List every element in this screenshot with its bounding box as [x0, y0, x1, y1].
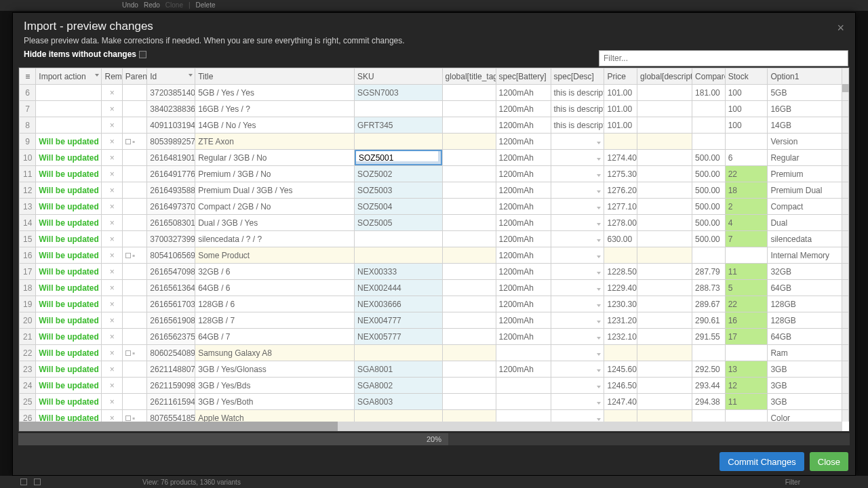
cell-gdesc[interactable]	[637, 231, 692, 247]
cell-title[interactable]: Some Product	[195, 247, 355, 264]
cell-stock[interactable]: 17	[725, 329, 768, 345]
close-button[interactable]: Close	[810, 452, 848, 471]
cell-compare[interactable]	[692, 410, 726, 422]
cell-title[interactable]: 64GB / 6	[195, 280, 355, 296]
cell-title[interactable]: ZTE Axon	[195, 134, 355, 150]
cell-stock[interactable]: 5	[725, 280, 768, 296]
cell-action[interactable]: Will be updated	[36, 199, 102, 215]
cell-option1[interactable]: 3GB	[768, 361, 842, 378]
cell-stock[interactable]: 2	[725, 199, 768, 215]
cell-id[interactable]: 26165613641	[147, 280, 195, 296]
cell-id[interactable]: 26211488073	[147, 361, 195, 378]
cell-id[interactable]: 37003273993	[147, 231, 195, 247]
cell-gdesc[interactable]	[637, 247, 692, 264]
cell-compare[interactable]: 500.00	[692, 215, 726, 231]
cell-id[interactable]: 8054106569	[147, 247, 195, 264]
cell-desc[interactable]	[551, 199, 604, 215]
cell-parent[interactable]	[122, 117, 146, 134]
cell-tag[interactable]	[442, 361, 496, 378]
cell-tag[interactable]	[442, 378, 496, 394]
cell-action[interactable]: Will be updated	[36, 150, 102, 166]
cell-title[interactable]: 3GB / Yes/Glonass	[195, 361, 355, 378]
cell-sku[interactable]: SGA8002	[355, 378, 443, 394]
cell-desc[interactable]	[551, 247, 604, 264]
cell-desc[interactable]	[551, 182, 604, 199]
hide-items-checkbox[interactable]	[139, 51, 146, 58]
cell-option1[interactable]: Premium	[768, 166, 842, 182]
cell-option1[interactable]: Dual	[768, 215, 842, 231]
cell-title[interactable]: Compact / 2GB / No	[195, 199, 355, 215]
table-row[interactable]: 6×372038514015GB / Yes / YesSGSN70031200…	[20, 85, 849, 101]
cell-desc[interactable]	[551, 231, 604, 247]
cell-action[interactable]: Will be updated	[36, 280, 102, 296]
cell-gdesc[interactable]	[637, 296, 692, 312]
menu-header[interactable]: ≡	[20, 68, 36, 85]
cell-action[interactable]: Will be updated	[36, 329, 102, 345]
cell-sku[interactable]	[355, 101, 443, 117]
remove-icon[interactable]: ×	[102, 410, 122, 422]
cell-title[interactable]: 64GB / 7	[195, 329, 355, 345]
table-row[interactable]: 21Will be updated×2616562375364GB / 7NEX…	[20, 329, 849, 345]
cell-title[interactable]: 128GB / 6	[195, 296, 355, 312]
cell-action[interactable]: Will be updated	[36, 182, 102, 199]
cell-stock[interactable]: 100	[725, 117, 768, 134]
cell-battery[interactable]: 1200mAh	[496, 182, 551, 199]
sku-input[interactable]	[355, 150, 442, 165]
cell-tag[interactable]	[442, 345, 496, 361]
cell-desc[interactable]	[551, 264, 604, 280]
cell-option1[interactable]: silencedata	[768, 231, 842, 247]
col-title-tag[interactable]: global[title_tag]	[442, 68, 496, 85]
cell-desc[interactable]	[551, 134, 604, 150]
cell-title[interactable]: 128GB / 7	[195, 312, 355, 329]
col-sku[interactable]: SKU	[355, 68, 443, 85]
cell-option1[interactable]: 3GB	[768, 378, 842, 394]
cell-title[interactable]: 32GB / 6	[195, 264, 355, 280]
cell-tag[interactable]	[442, 296, 496, 312]
cell-price[interactable]: 1228.50	[604, 264, 637, 280]
cell-id[interactable]: 26164917769	[147, 166, 195, 182]
cell-option1[interactable]: Premium Dual	[768, 182, 842, 199]
table-row[interactable]: 23Will be updated×262114880733GB / Yes/G…	[20, 361, 849, 378]
remove-icon[interactable]: ×	[102, 231, 122, 247]
cell-sku[interactable]: GFRT345	[355, 117, 443, 134]
cell-id[interactable]: 26211590985	[147, 378, 195, 394]
cell-tag[interactable]	[442, 247, 496, 264]
cell-gdesc[interactable]	[637, 199, 692, 215]
filter-input[interactable]	[599, 50, 848, 66]
cell-compare[interactable]: 291.55	[692, 329, 726, 345]
table-row[interactable]: 22Will be updated×▪8060254089Samsung Gal…	[20, 345, 849, 361]
cell-parent[interactable]	[122, 394, 146, 410]
cell-price[interactable]	[604, 134, 637, 150]
cell-gdesc[interactable]	[637, 182, 692, 199]
cell-option1[interactable]: 16GB	[768, 101, 842, 117]
cell-compare[interactable]	[692, 134, 726, 150]
cell-option1[interactable]: 32GB	[768, 264, 842, 280]
cell-compare[interactable]: 293.44	[692, 378, 726, 394]
cell-stock[interactable]	[725, 247, 768, 264]
cell-action[interactable]: Will be updated	[36, 345, 102, 361]
cell-price[interactable]: 1231.20	[604, 312, 637, 329]
cell-sku[interactable]: SOZ5005	[355, 215, 443, 231]
remove-icon[interactable]: ×	[102, 150, 122, 166]
cell-sku[interactable]	[355, 410, 443, 422]
cell-title[interactable]: 3GB / Yes/Both	[195, 394, 355, 410]
cell-gdesc[interactable]	[637, 166, 692, 182]
cell-battery[interactable]	[496, 394, 551, 410]
cell-gdesc[interactable]	[637, 394, 692, 410]
cell-sku[interactable]: SOZ5004	[355, 199, 443, 215]
cell-desc[interactable]	[551, 280, 604, 296]
cell-compare[interactable]: 500.00	[692, 199, 726, 215]
cell-price[interactable]	[604, 345, 637, 361]
cell-id[interactable]: 8060254089	[147, 345, 195, 361]
cell-desc[interactable]	[551, 345, 604, 361]
remove-icon[interactable]: ×	[102, 329, 122, 345]
cell-tag[interactable]	[442, 215, 496, 231]
col-action[interactable]: Import action	[36, 68, 102, 85]
cell-compare[interactable]: 500.00	[692, 166, 726, 182]
cell-battery[interactable]: 1200mAh	[496, 280, 551, 296]
cell-option1[interactable]: 5GB	[768, 85, 842, 101]
cell-compare[interactable]: 289.67	[692, 296, 726, 312]
table-row[interactable]: 13Will be updated×26164973705Compact / 2…	[20, 199, 849, 215]
remove-icon[interactable]: ×	[102, 378, 122, 394]
cell-battery[interactable]: 1200mAh	[496, 101, 551, 117]
